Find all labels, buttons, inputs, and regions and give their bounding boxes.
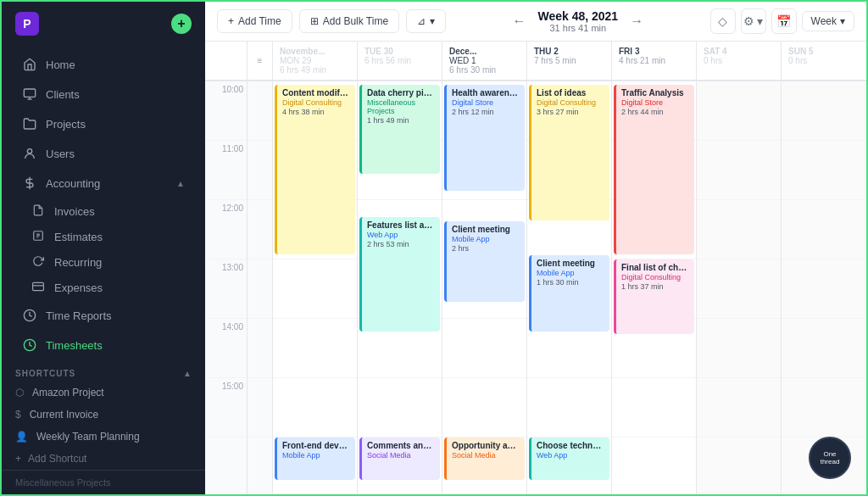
day-hours-fri: 4 hrs 21 min <box>619 56 689 65</box>
list-icon[interactable]: ≡ <box>258 56 263 65</box>
sidebar-item-invoices[interactable]: Invoices <box>2 198 205 224</box>
sidebar-logo-area: P + <box>2 2 205 46</box>
event-opp-title: Opportunity analy... <box>452 441 520 450</box>
sidebar-item-recurring[interactable]: Recurring <box>2 249 205 275</box>
sun-row-2 <box>782 200 866 259</box>
day-hours-wed: 6 hrs 30 min <box>449 65 520 75</box>
shortcuts-chevron: ▲ <box>183 369 192 378</box>
time-label-10: 10:00 <box>205 81 247 141</box>
fri-row-5 <box>612 378 696 437</box>
add-time-button[interactable]: + Add Time <box>217 9 292 33</box>
event-health-project: Digital Store <box>452 98 520 107</box>
event-final-list[interactable]: Final list of changes Digital Consulting… <box>614 259 694 334</box>
day-name-tue: TUE 30 <box>364 47 435 56</box>
sidebar-item-expenses[interactable]: Expenses <box>2 275 205 300</box>
day-label-wed: WED 1 <box>449 56 520 65</box>
time-reports-icon <box>22 308 37 323</box>
shortcut-amazon[interactable]: ⬡ Amazon Project <box>2 382 205 404</box>
day-col-sat <box>697 81 782 494</box>
event-opportunity-wed[interactable]: Opportunity analy... Social Media <box>444 437 525 480</box>
invoices-label: Invoices <box>54 205 95 218</box>
event-content-modification[interactable]: Content modificat... Digital Consulting … <box>275 85 355 254</box>
accounting-submenu: Invoices Estimates Recurring <box>2 198 205 300</box>
time-label-13: 13:00 <box>205 259 247 319</box>
day-name-dece: Dece... <box>449 47 520 56</box>
event-duration: 4 hrs 38 min <box>282 108 350 116</box>
event-features-title: Features list and ... <box>367 220 435 230</box>
clients-icon <box>22 86 37 102</box>
estimates-label: Estimates <box>54 231 103 243</box>
event-client-wed-proj: Mobile App <box>452 235 520 243</box>
event-opp-proj: Social Media <box>452 451 520 460</box>
day-header-fri3: FRI 3 4 hrs 21 min <box>612 42 697 80</box>
event-traffic-analysis[interactable]: Traffic Analysis Digital Store 2 hrs 44 … <box>614 85 694 254</box>
next-week-button[interactable]: → <box>626 11 647 31</box>
calendar-container: ≡ Novembe... MON 29 6 hrs 49 min TUE 30 … <box>205 42 866 494</box>
event-choose-tech-thu[interactable]: Choose technolog... Web App <box>529 437 609 480</box>
shortcut-team[interactable]: 👤 Weekly Team Planning <box>2 426 205 448</box>
sidebar-item-estimates[interactable]: Estimates <box>2 224 205 249</box>
projects-label: Projects <box>46 118 86 131</box>
time-labels-col: 10:00 11:00 12:00 13:00 14:00 15:00 <box>205 81 248 494</box>
day-col-mon: Content modificat... Digital Consulting … <box>273 81 358 494</box>
sat-row-3 <box>697 259 781 319</box>
shortcut-invoice[interactable]: $ Current Invoice <box>2 404 205 426</box>
sidebar-item-clients[interactable]: Clients <box>8 80 198 109</box>
day-header-thu2: THU 2 7 hrs 5 min <box>527 42 612 80</box>
event-list-ideas[interactable]: List of ideas Digital Consulting 3 hrs 2… <box>529 85 609 220</box>
filter-dropdown-icon: ▾ <box>430 15 435 27</box>
filter-button[interactable]: ⊿ ▾ <box>406 9 446 33</box>
sidebar-item-projects[interactable]: Projects <box>8 109 198 138</box>
event-comments-tue[interactable]: Comments and re... Social Media <box>359 437 440 480</box>
shortcuts-label: SHORTCUTS <box>15 369 75 378</box>
week-view-chevron: ▾ <box>840 15 845 27</box>
icons-slot-5 <box>248 378 272 437</box>
add-button[interactable]: + <box>171 14 192 34</box>
event-data-cherry[interactable]: Data cherry pickin... Miscellaneous Proj… <box>359 85 440 174</box>
sun-row-5 <box>782 378 866 437</box>
onethread-badge: Onethread <box>809 437 851 479</box>
sidebar-item-home[interactable]: Home <box>8 50 198 79</box>
event-health-awareness[interactable]: Health awareness... Digital Store 2 hrs … <box>444 85 525 191</box>
add-bulk-time-button[interactable]: ⊞ Add Bulk Time <box>299 9 399 33</box>
week-view-label: Week <box>811 15 837 27</box>
day-header-sun5: SUN 5 0 hrs <box>782 42 866 80</box>
icons-col <box>248 81 273 494</box>
add-shortcut-plus: + <box>15 453 21 465</box>
sidebar-item-timesheets[interactable]: Timesheets <box>8 331 198 359</box>
sidebar-item-time-reports[interactable]: Time Reports <box>8 301 198 330</box>
time-label-15: 15:00 <box>205 378 247 437</box>
home-label: Home <box>46 59 75 71</box>
event-client-meeting-thu[interactable]: Client meeting Mobile App 1 hrs 30 min <box>529 255 609 332</box>
sat-row-2 <box>697 200 781 259</box>
event-frontend-mon[interactable]: Front-end develo... Mobile App <box>275 437 355 480</box>
day-col-fri: Traffic Analysis Digital Store 2 hrs 44 … <box>612 81 697 494</box>
diamond-button[interactable]: ◇ <box>710 8 736 34</box>
invoice-icon: $ <box>15 409 21 421</box>
event-cherry-title: Data cherry pickin... <box>367 88 435 98</box>
day-col-wed: Health awareness... Digital Store 2 hrs … <box>442 81 527 494</box>
day-header-nov29: Novembe... MON 29 6 hrs 49 min <box>273 42 358 80</box>
users-icon <box>22 146 37 161</box>
team-label: Weekly Team Planning <box>36 431 140 443</box>
sun-row-4 <box>782 319 866 378</box>
event-final-duration: 1 hrs 37 min <box>621 282 689 291</box>
prev-week-button[interactable]: ← <box>509 11 529 31</box>
add-shortcut-button[interactable]: + Add Shortcut <box>2 448 205 470</box>
add-shortcut-label: Add Shortcut <box>28 453 86 465</box>
calendar-view-button[interactable]: 📅 <box>771 8 797 34</box>
wed-row-5 <box>442 378 526 437</box>
clients-label: Clients <box>46 88 80 101</box>
sidebar-item-accounting[interactable]: Accounting ▲ <box>8 169 198 198</box>
add-time-label: Add Time <box>238 15 281 27</box>
home-icon <box>22 57 37 72</box>
event-client-thu-dur: 1 hrs 30 min <box>537 278 604 287</box>
week-view-select[interactable]: Week ▾ <box>802 11 854 31</box>
event-client-meeting-wed[interactable]: Client meeting Mobile App 2 hrs <box>444 221 525 302</box>
event-features-list[interactable]: Features list and ... Web App 2 hrs 53 m… <box>359 217 440 332</box>
sidebar-item-users[interactable]: Users <box>8 139 198 168</box>
day-col-sun <box>782 81 866 494</box>
settings-button[interactable]: ⚙ ▾ <box>741 8 766 34</box>
event-title: Content modificat... <box>282 88 350 98</box>
week-title: Week 48, 2021 <box>537 9 618 23</box>
